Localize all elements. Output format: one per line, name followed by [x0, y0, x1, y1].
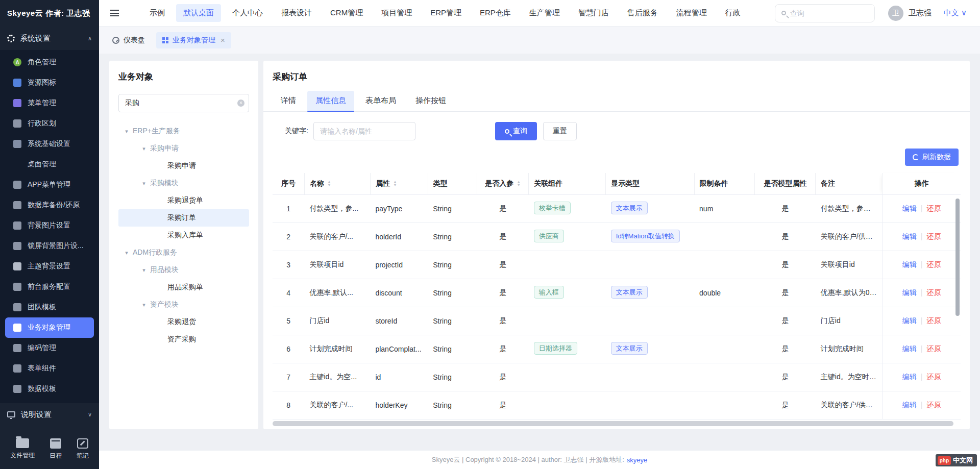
tab-表单布局[interactable]: 表单布局	[357, 91, 404, 111]
tree-node-用品采购单[interactable]: 用品采购单	[118, 279, 249, 296]
nav-item-个人中心[interactable]: 个人中心	[225, 4, 270, 22]
tree-node-采购模块[interactable]: ▾采购模块	[118, 175, 249, 192]
sidebar-item-数据库备份/还原[interactable]: 数据库备份/还原	[0, 195, 99, 215]
sidebar-item-行政区划[interactable]: 行政区划	[0, 113, 99, 134]
sidebar-group-项目业务规划[interactable]: 项目业务规划∨	[0, 426, 99, 429]
tree-node-采购退货[interactable]: 采购退货	[118, 313, 249, 331]
nav-item-售后服务[interactable]: 售后服务	[620, 4, 665, 22]
restore-link[interactable]: 还原	[926, 401, 941, 409]
language-switcher[interactable]: 中文 ∨	[944, 8, 967, 18]
username[interactable]: 卫志强	[909, 8, 932, 18]
column-header-是否入参[interactable]: 是否入参▲▼	[477, 173, 529, 195]
avatar[interactable]: 卫	[888, 6, 903, 21]
tree-node-采购申请[interactable]: 采购申请	[118, 157, 249, 175]
sidebar-item-数据模板[interactable]: 数据模板	[0, 379, 99, 399]
global-search[interactable]	[775, 4, 875, 22]
nav-item-行政[interactable]: 行政	[718, 4, 748, 22]
tree-node-采购退货单[interactable]: 采购退货单	[118, 192, 249, 209]
tree-node-ERP+生产服务[interactable]: ▾ERP+生产服务	[118, 122, 249, 140]
nav-item-智慧门店[interactable]: 智慧门店	[571, 4, 616, 22]
sidebar-item-背景图片设置[interactable]: 背景图片设置	[0, 215, 99, 236]
tree-node-采购申请[interactable]: ▾采购申请	[118, 140, 249, 157]
sidebar-item-前台服务配置[interactable]: 前台服务配置	[0, 277, 99, 297]
tab-详情[interactable]: 详情	[273, 91, 304, 111]
edit-link[interactable]: 编辑	[902, 288, 917, 297]
action-separator: |	[921, 204, 923, 212]
nav-item-生产管理[interactable]: 生产管理	[522, 4, 567, 22]
nav-item-CRM管理[interactable]: CRM管理	[323, 4, 370, 22]
sidebar-item-系统基础设置[interactable]: 系统基础设置	[0, 134, 99, 154]
system-base-icon	[13, 140, 21, 148]
tree-node-采购订单[interactable]: 采购订单	[118, 209, 249, 227]
clear-icon[interactable]: ×	[237, 100, 244, 107]
column-header-inner: 是否模型属性	[760, 179, 810, 188]
window-tab-业务对象管理[interactable]: 业务对象管理×	[156, 32, 231, 48]
keyword-input[interactable]	[313, 122, 415, 140]
edit-link[interactable]: 编辑	[902, 316, 917, 325]
nav-item-报表设计[interactable]: 报表设计	[274, 4, 319, 22]
restore-link[interactable]: 还原	[926, 232, 941, 240]
restore-link[interactable]: 还原	[926, 260, 941, 268]
sidebar-section-system-settings[interactable]: 系统设置 ∧	[0, 27, 99, 50]
sidebar-item-菜单管理[interactable]: 菜单管理	[0, 93, 99, 113]
sidebar-item-角色管理[interactable]: A角色管理	[0, 52, 99, 72]
sidebar-item-锁屏背景图片设...[interactable]: 锁屏背景图片设...	[0, 236, 99, 256]
restore-link[interactable]: 还原	[926, 344, 941, 353]
tab-属性信息[interactable]: 属性信息	[307, 91, 354, 111]
nav-item-项目管理[interactable]: 项目管理	[374, 4, 419, 22]
query-button[interactable]: 查询	[495, 122, 537, 140]
edit-link[interactable]: 编辑	[902, 232, 917, 240]
column-header-label: 操作	[915, 179, 929, 188]
tree-node-资产模块[interactable]: ▾资产模块	[118, 296, 249, 313]
sort-icon[interactable]: ▲▼	[393, 181, 397, 187]
opensource-link[interactable]: skyeye	[627, 456, 647, 464]
sort-icon[interactable]: ▲▼	[517, 181, 521, 187]
sidebar-item-桌面管理[interactable]: 桌面管理	[0, 154, 99, 175]
edit-link[interactable]: 编辑	[902, 401, 917, 409]
shortcut-日程[interactable]: 日程	[50, 438, 62, 460]
vertical-scrollbar[interactable]	[955, 199, 960, 316]
edit-link[interactable]: 编辑	[902, 344, 917, 353]
restore-link[interactable]: 还原	[926, 204, 941, 212]
horizontal-scrollbar[interactable]	[273, 421, 953, 426]
nav-item-示例[interactable]: 示例	[142, 4, 172, 22]
sidebar-item-业务对象管理[interactable]: 业务对象管理	[5, 317, 94, 338]
sidebar-item-表单组件[interactable]: 表单组件	[0, 358, 99, 379]
nav-item-流程管理[interactable]: 流程管理	[669, 4, 714, 22]
shortcut-笔记[interactable]: 笔记	[77, 438, 89, 460]
edit-link[interactable]: 编辑	[902, 204, 917, 212]
column-header-名称[interactable]: 名称▲▼	[304, 173, 370, 195]
tree-node-ADM行政服务[interactable]: ▾ADM行政服务	[118, 244, 249, 261]
tree-search-input[interactable]	[118, 94, 249, 112]
tree-node-label: ADM行政服务	[133, 248, 177, 257]
reset-button[interactable]: 重置	[543, 122, 577, 140]
sidebar-item-APP菜单管理[interactable]: APP菜单管理	[0, 175, 99, 195]
refresh-data-button[interactable]: 刷新数据	[905, 149, 959, 166]
shortcut-文件管理[interactable]: 文件管理	[10, 438, 35, 460]
restore-link[interactable]: 还原	[926, 288, 941, 297]
query-button-label: 查询	[513, 127, 527, 136]
sidebar-group-说明设置[interactable]: 说明设置∨	[0, 403, 99, 426]
restore-link[interactable]: 还原	[926, 373, 941, 381]
edit-link[interactable]: 编辑	[902, 373, 917, 381]
tree-node-资产采购[interactable]: 资产采购	[118, 331, 249, 348]
tree-node-用品模块[interactable]: ▾用品模块	[118, 261, 249, 279]
column-header-属性[interactable]: 属性▲▼	[370, 173, 428, 195]
cell-attr: storeId	[370, 307, 428, 335]
edit-link[interactable]: 编辑	[902, 260, 917, 268]
sidebar-item-团队模板[interactable]: 团队模板	[0, 297, 99, 317]
tab-操作按钮[interactable]: 操作按钮	[407, 91, 454, 111]
collapse-sidebar-icon[interactable]	[110, 10, 119, 16]
nav-item-默认桌面[interactable]: 默认桌面	[176, 4, 221, 22]
sidebar-item-资源图标[interactable]: 资源图标	[0, 72, 99, 93]
close-icon[interactable]: ×	[220, 36, 225, 44]
window-tab-仪表盘[interactable]: 仪表盘	[106, 32, 151, 48]
sidebar-item-编码管理[interactable]: 编码管理	[0, 338, 99, 358]
sidebar-item-主题背景设置[interactable]: 主题背景设置	[0, 256, 99, 277]
tree-node-采购入库单[interactable]: 采购入库单	[118, 227, 249, 244]
nav-item-ERP管理[interactable]: ERP管理	[423, 4, 469, 22]
global-search-input[interactable]	[790, 9, 868, 17]
nav-item-ERP仓库[interactable]: ERP仓库	[473, 4, 518, 22]
sort-icon[interactable]: ▲▼	[327, 181, 331, 187]
restore-link[interactable]: 还原	[926, 316, 941, 325]
